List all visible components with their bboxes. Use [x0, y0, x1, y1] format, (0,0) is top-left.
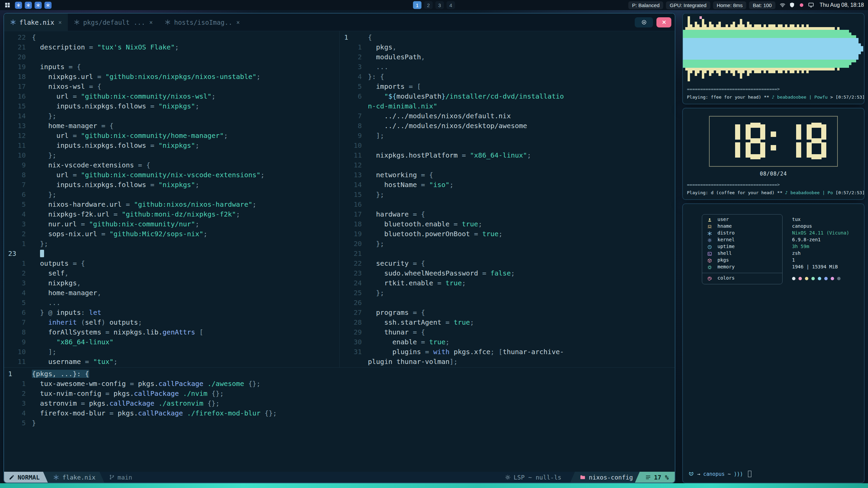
tray-icons [780, 2, 814, 8]
code-line: 22{ [4, 33, 339, 42]
fetch-row-hname: hnamecanopus [702, 223, 861, 230]
now-playing-text: Playing: d (coffee for your head) ** ♪ b… [687, 190, 865, 195]
line-number: 31 [340, 347, 368, 357]
editor-pane-flake[interactable]: 22{21 description = "tux's NixOS Flake";… [4, 31, 340, 367]
editor-tab-hosts/isoImag..[interactable]: hosts/isoImag..× [159, 14, 246, 31]
code-line: 15 }; [340, 190, 675, 200]
fetch-label: pkgs [717, 257, 729, 263]
editor-tabline: flake.nix×pkgs/default ...×hosts/isoImag… [4, 14, 675, 31]
editor-pane-pkgs-default[interactable]: 1{pkgs, ...}: {1 tux-awesome-wm-config =… [4, 367, 675, 472]
fetch-row-shell: shellzsh [702, 250, 861, 257]
code-line: 3 nixpkgs, [4, 278, 339, 288]
fetch-separator [702, 271, 861, 275]
editor-tab-flake.nix[interactable]: flake.nix× [4, 14, 68, 31]
clock-terminal-window: 08/08/24 ===============================… [682, 108, 865, 200]
code-line: 31 plugins = with pkgs.xfce; [thunar-arc… [340, 347, 675, 357]
workspace-tag-4[interactable]: 4 [447, 1, 455, 9]
prompt-hostname: canopus [703, 471, 725, 477]
code-line: 20 }; [340, 239, 675, 249]
color-dot [805, 277, 808, 280]
workspace-tag-3[interactable]: 3 [435, 1, 444, 9]
line-number: 5 [340, 82, 368, 92]
terminal-icon [707, 251, 712, 256]
display-icon[interactable] [808, 2, 814, 8]
status-pill[interactable]: Home: 8ms [713, 1, 747, 9]
dock-app-button[interactable] [44, 2, 52, 9]
recorder-dot-icon[interactable] [798, 2, 805, 8]
wifi-icon[interactable] [780, 2, 786, 8]
code-text: }; [32, 111, 56, 121]
status-pill[interactable]: GPU: Integrated [666, 1, 710, 9]
chip-icon [707, 265, 712, 270]
line-number: 11 [4, 141, 32, 150]
line-number: 6 [4, 308, 32, 318]
code-line: 13 networking = { [340, 170, 675, 180]
workspace-tag-2[interactable]: 2 [424, 1, 433, 9]
code-text: imports = [ [368, 82, 421, 92]
editor-area: 22{21 description = "tux's NixOS Flake";… [4, 31, 675, 472]
color-dot [824, 277, 828, 280]
code-line: 2 self, [4, 268, 339, 278]
editor-toggle-button[interactable] [635, 17, 653, 27]
editor-close-button[interactable] [656, 17, 671, 27]
code-line: 27 programs = { [340, 308, 675, 318]
line-number: 1 [340, 33, 368, 42]
shield-icon[interactable] [789, 2, 795, 8]
dock-app-button[interactable] [35, 2, 42, 9]
tab-close-icon[interactable]: × [236, 19, 240, 26]
mode-text: NORMAL [18, 474, 40, 481]
code-line: 6 } @ inputs: let [4, 308, 339, 318]
code-text: programs = { [368, 308, 425, 318]
code-line: 2 tux-nvim-config = pkgs.callPackage ./n… [4, 389, 675, 399]
cat-icon [688, 471, 694, 477]
code-text: } @ inputs: let [32, 308, 101, 318]
dock-app-button[interactable] [15, 2, 22, 9]
code-line: 19 bluetooth.powerOnBoot = true; [340, 229, 675, 239]
dock-app-button[interactable] [25, 2, 32, 9]
line-number: 5 [4, 298, 32, 308]
prompt-arrow: → [697, 471, 700, 477]
tab-close-icon[interactable]: × [58, 19, 62, 26]
code-text: inputs = { [32, 62, 81, 72]
code-line: 28 ssh.startAgent = true; [340, 318, 675, 327]
snowflake-icon [16, 3, 21, 7]
code-line: 8 forAllSystems = nixpkgs.lib.genAttrs [ [4, 327, 339, 337]
fetch-row-user: usertux [702, 217, 861, 223]
user-icon [707, 218, 712, 222]
code-text: "x86_64-linux" [32, 337, 114, 347]
app-launcher-icon[interactable] [4, 2, 11, 8]
code-text: astronvim = pkgs.callPackage ./astronvim… [32, 399, 220, 408]
code-line: 26 [340, 298, 675, 308]
tab-close-icon[interactable]: × [149, 19, 153, 26]
topbar-clock[interactable]: Thu Aug 08, 18:18 [820, 2, 864, 8]
status-pill[interactable]: P: Balanced [628, 1, 663, 9]
folder-icon [580, 474, 586, 480]
line-number [340, 357, 368, 367]
line-number: 26 [340, 298, 368, 308]
git-branch-indicator: main [109, 472, 132, 483]
code-line: 4}: { [340, 72, 675, 82]
editor-pane-isoimage[interactable]: 1{1 pkgs,2 modulesPath,3 ...4}: {5 impor… [340, 31, 675, 367]
code-text: home-manager = { [32, 121, 114, 131]
code-text: inputs.nixpkgs.follows = "nixpkgs"; [32, 101, 199, 111]
pencil-icon [9, 474, 15, 480]
code-line: 18 nixpkgs.url = "github:nixos/nixpkgs/n… [4, 72, 339, 82]
editor-tabs: flake.nix×pkgs/default ...×hosts/isoImag… [4, 14, 246, 31]
visualizer-terminal-window: ==================================> Play… [682, 13, 865, 104]
code-line: 9 "x86_64-linux" [4, 337, 339, 347]
status-pill[interactable]: Bat: 100 [749, 1, 775, 9]
code-line: 3 astronvim = pkgs.callPackage ./astronv… [4, 399, 675, 408]
line-number: 29 [340, 327, 368, 337]
line-number: 6 [4, 190, 32, 200]
player-separator: ==================================> [687, 86, 780, 92]
line-number: 3 [4, 219, 32, 229]
fetch-label: colors [717, 275, 735, 281]
line-number: 1 [4, 239, 32, 249]
editor-tab-pkgs/default ...[interactable]: pkgs/default ...× [68, 14, 159, 31]
workspace-tag-1[interactable]: 1 [413, 1, 421, 9]
code-line: 20 [4, 52, 339, 62]
shell-prompt[interactable]: →canopus~))) [688, 471, 751, 477]
snowflake-icon [165, 19, 171, 25]
color-dot [818, 277, 821, 280]
line-number: 7 [4, 318, 32, 327]
